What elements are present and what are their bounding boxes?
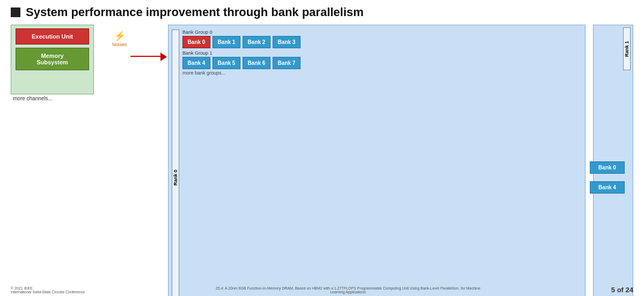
top-left-box: Execution Unit MemorySubsystem xyxy=(11,25,94,94)
slide-container: System performance improvement through b… xyxy=(0,0,644,296)
footer-center: 25.4: A 20nm 6GB Function-In-Memory DRAM… xyxy=(214,286,482,294)
channel-arrow-head xyxy=(160,53,167,61)
top-bank-7: Bank 7 xyxy=(273,57,301,69)
top-rank1-area: Rank 1 Bank 0 Bank 4 xyxy=(593,25,633,296)
top-bank-1: Bank 1 xyxy=(213,36,240,48)
top-bank-4: Bank 4 xyxy=(182,57,210,69)
footer-line2: International Solid-State Circuits Confe… xyxy=(11,290,85,294)
slide-title: System performance improvement through b… xyxy=(26,5,364,19)
top-bank-2: Bank 2 xyxy=(243,36,270,48)
footer: © 2021 IEEE International Solid-State Ci… xyxy=(0,286,644,294)
channel-arrow-line xyxy=(130,56,163,57)
noises-label: Noises xyxy=(112,42,127,47)
footer-left: © 2021 IEEE International Solid-State Ci… xyxy=(11,286,85,294)
top-banks-row0: Bank 0 Bank 1 Bank 2 Bank 3 xyxy=(182,36,581,48)
footer-line1: © 2021 IEEE xyxy=(11,286,85,290)
top-mem-subsystem: MemorySubsystem xyxy=(16,48,89,70)
top-diagram-wrapper: Execution Unit MemorySubsystem more chan… xyxy=(11,25,633,296)
top-dram-area: Rank 0 Bank Group 0 Bank 0 Bank 1 Bank 2… xyxy=(168,25,586,296)
top-bg0-label: Bank Group 0 xyxy=(182,29,581,35)
top-diagram-section: Execution Unit MemorySubsystem more chan… xyxy=(11,25,633,296)
top-rank0-label: Rank 0 xyxy=(172,29,179,296)
top-more-channels: more channels... xyxy=(11,95,94,101)
title-row: System performance improvement through b… xyxy=(11,5,633,19)
top-bg1-label: Bank Group 1 xyxy=(182,50,581,56)
title-bullet xyxy=(11,8,20,17)
top-exec-unit: Execution Unit xyxy=(16,28,89,45)
noises-area: ⚡ Noises xyxy=(112,30,127,47)
footer-page: 5 of 24 xyxy=(611,286,633,294)
top-rank1-bank0: Bank 0 xyxy=(590,161,625,174)
top-banks-content: Bank Group 0 Bank 0 Bank 1 Bank 2 Bank 3… xyxy=(182,29,581,296)
top-more-bank-groups: more bank groups... xyxy=(182,70,581,76)
top-rank1-bank4: Bank 4 xyxy=(590,181,625,194)
top-bank-3: Bank 3 xyxy=(273,36,301,48)
top-rank1-label: Rank 1 xyxy=(623,27,631,70)
top-banks-row1: Bank 4 Bank 5 Bank 6 Bank 7 xyxy=(182,57,581,69)
top-bank-6: Bank 6 xyxy=(243,57,270,69)
top-bank-0: Bank 0 xyxy=(182,36,210,48)
top-bank-5: Bank 5 xyxy=(213,57,240,69)
